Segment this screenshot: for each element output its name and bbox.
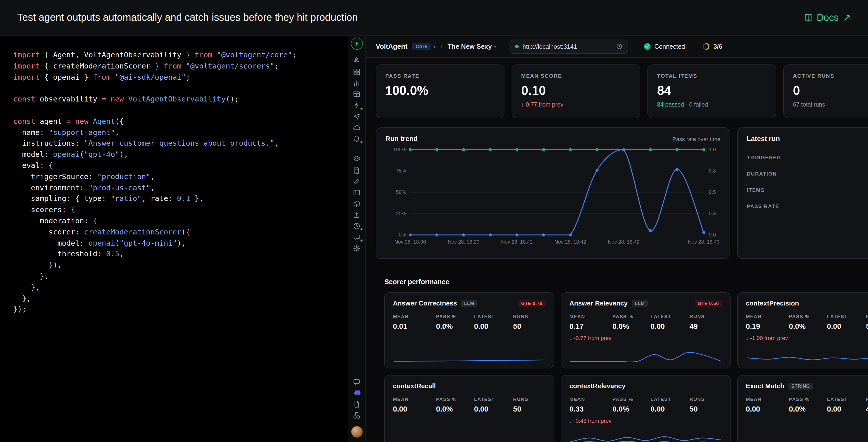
stat-card: ACTIVE RUNS067 total runs xyxy=(783,64,868,118)
rocket-icon[interactable] xyxy=(351,55,362,66)
scorer-delta: ↓ -0.43 from prev xyxy=(569,418,722,424)
scorer-sparkline xyxy=(569,347,722,364)
svg-text:0%: 0% xyxy=(399,232,406,237)
chat-icon[interactable] xyxy=(351,231,362,242)
upload-icon[interactable] xyxy=(351,209,362,220)
online-status-dot xyxy=(515,45,519,48)
top-banner: Test agent outputs automatically and cat… xyxy=(0,0,868,35)
run-trend-card: Run trend Pass rate over time 100%1.075%… xyxy=(376,127,730,259)
scorer-stat-value: 0.0% xyxy=(613,405,650,413)
scorer-type-badge: LLM xyxy=(461,300,477,307)
voltagent-logo-icon[interactable] xyxy=(350,37,363,50)
page-title: Test agent outputs automatically and cat… xyxy=(17,12,358,23)
icon-rail xyxy=(348,35,366,442)
scorer-stat-label: LATEST xyxy=(474,396,513,402)
scorer-stat-value: 0.33 xyxy=(569,405,613,413)
brand: VoltAgent xyxy=(376,42,408,50)
stat-subtext: ↓ 0.77 from prev xyxy=(521,101,631,108)
svg-text:0.3: 0.3 xyxy=(709,211,716,216)
project-selector[interactable]: The New Sexy xyxy=(447,42,492,50)
message-icon[interactable] xyxy=(351,376,362,387)
scorer-delta: ↓ -0.77 from prev xyxy=(569,335,722,341)
scorer-card[interactable]: contextRecallMEAN0.00PASS %0.0%LATEST0.0… xyxy=(384,375,554,442)
scorer-card[interactable]: Answer RelevancyLLMGTE 0.50MEAN0.17PASS … xyxy=(561,292,731,369)
setup-progress[interactable]: 3/6 xyxy=(702,42,722,50)
svg-text:Nov 28, 18:42: Nov 28, 18:42 xyxy=(554,239,586,244)
svg-text:Nov 28, 18:43: Nov 28, 18:43 xyxy=(688,239,720,244)
code-line: }, xyxy=(13,271,344,282)
latest-run-row-label: TRIGGERED xyxy=(747,155,781,161)
latest-run-row: ITEMS xyxy=(747,187,868,193)
cloud-upload-icon[interactable] xyxy=(351,198,362,209)
scorer-name: Answer Relevancy xyxy=(569,299,628,307)
code-line: }), xyxy=(13,260,344,271)
stat-card: PASS RATE100.0% xyxy=(376,64,504,118)
docs-link[interactable]: Docs ↗ xyxy=(804,12,851,23)
scorer-name: contextPrecision xyxy=(746,299,799,307)
svg-text:75%: 75% xyxy=(396,168,406,174)
scorer-stat-value: 50 xyxy=(513,405,546,413)
scorer-stat-label: MEAN xyxy=(569,314,613,319)
blocks-icon[interactable] xyxy=(351,410,362,421)
user-avatar[interactable] xyxy=(350,426,363,438)
code-line: import { createModerationScorer } from "… xyxy=(13,61,344,72)
stat-label: ACTIVE RUNS xyxy=(793,72,868,79)
panel-icon[interactable] xyxy=(351,187,362,198)
svg-text:100%: 100% xyxy=(393,147,406,152)
scorer-stat-label: RUNS xyxy=(513,396,546,402)
code-line: const agent = new Agent({ xyxy=(13,116,344,127)
code-line: name: "support-agent", xyxy=(13,127,344,138)
scorer-stat-label: RUNS xyxy=(689,396,722,402)
layers-icon[interactable] xyxy=(351,153,362,165)
stat-subtext: 84 passed · 0 failed xyxy=(657,101,767,108)
scorer-stat-label: PASS % xyxy=(436,314,474,319)
threshold-badge: GTE 0.70 xyxy=(518,300,546,307)
scorer-card[interactable]: contextRelevancyMEAN0.33PASS %0.0%LATEST… xyxy=(561,375,731,442)
env-badge[interactable]: Core xyxy=(412,42,431,50)
scorer-stat-label: RUNS xyxy=(866,314,868,319)
status-dot xyxy=(360,141,363,144)
code-line: model: openai("gpt-4o"), xyxy=(13,149,344,160)
chevron-down-icon[interactable]: ▾ xyxy=(494,44,496,49)
send-icon[interactable] xyxy=(351,111,362,122)
bell-icon[interactable] xyxy=(351,133,362,144)
grid-icon[interactable] xyxy=(351,66,362,77)
chevron-down-icon[interactable]: ▾ xyxy=(433,44,436,49)
file-icon[interactable] xyxy=(351,399,362,410)
scorer-stat-label: MEAN xyxy=(393,396,436,402)
code-editor: import { Agent, VoltAgentObservability }… xyxy=(0,35,348,442)
stat-value: 0.10 xyxy=(521,83,631,98)
scorer-card[interactable]: Exact MatchSTRINGMEAN0.00PASS %0.0%LATES… xyxy=(737,375,868,442)
status-dot xyxy=(360,228,363,231)
dashboard-content: PASS RATE100.0%MEAN SCORE0.10↓ 0.77 from… xyxy=(366,58,868,442)
breadcrumb-separator: / xyxy=(441,42,442,50)
threshold-badge: GTE 0.50 xyxy=(694,300,722,307)
scorer-stat-value: 50 xyxy=(513,322,546,330)
stats-row: PASS RATE100.0%MEAN SCORE0.10↓ 0.77 from… xyxy=(376,64,868,118)
scorer-card[interactable]: Answer CorrectnessLLMGTE 0.70MEAN0.01PAS… xyxy=(384,292,554,369)
file-text-icon[interactable] xyxy=(351,165,362,176)
scorer-stat-label: MEAN xyxy=(746,314,789,319)
scorer-card[interactable]: contextPrecisionMEAN0.19PASS %0.0%LATEST… xyxy=(737,292,868,369)
stat-value: 84 xyxy=(657,83,767,98)
table-icon[interactable] xyxy=(351,88,362,99)
stat-subtext: 67 total runs xyxy=(793,101,868,108)
stat-value: 100.0% xyxy=(385,83,495,98)
svg-text:25%: 25% xyxy=(396,211,406,216)
clock-icon[interactable] xyxy=(351,220,362,231)
bar-chart-icon[interactable] xyxy=(351,77,362,88)
stat-label: MEAN SCORE xyxy=(521,72,631,79)
scorer-stat-label: MEAN xyxy=(746,396,789,402)
scorer-stat-value: 0.00 xyxy=(650,322,689,330)
discord-icon[interactable] xyxy=(351,387,362,399)
scorer-stat-label: LATEST xyxy=(827,314,866,319)
history-icon[interactable] xyxy=(616,43,622,50)
edit-icon[interactable] xyxy=(351,176,362,187)
gear-icon[interactable] xyxy=(351,242,362,254)
scorer-stat-label: RUNS xyxy=(513,314,546,319)
scorer-stat-label: LATEST xyxy=(827,396,866,402)
server-url-input[interactable]: http://localhost:3141 xyxy=(509,39,628,54)
zap-icon[interactable] xyxy=(351,99,362,111)
run-trend-title: Run trend xyxy=(385,135,418,143)
cloud-icon[interactable] xyxy=(351,122,362,133)
